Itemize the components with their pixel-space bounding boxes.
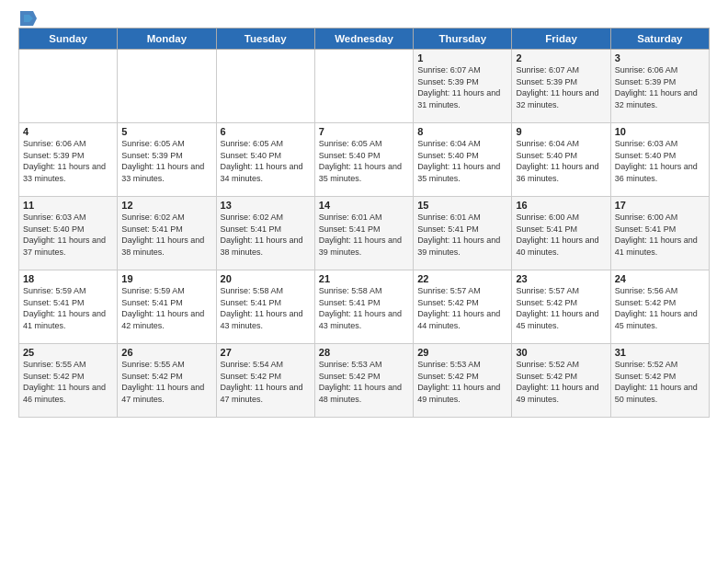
- day-number: 2: [516, 52, 606, 63]
- calendar-week-row: 11Sunrise: 6:03 AMSunset: 5:40 PMDayligh…: [19, 197, 710, 270]
- day-number: 11: [23, 200, 113, 211]
- day-number: 1: [417, 52, 507, 63]
- weekday-header: Friday: [512, 29, 610, 50]
- weekday-header: Tuesday: [216, 29, 314, 50]
- day-number: 25: [23, 347, 113, 358]
- calendar-day-cell: 4Sunrise: 6:06 AMSunset: 5:39 PMDaylight…: [19, 123, 118, 197]
- calendar-day-cell: 14Sunrise: 6:01 AMSunset: 5:41 PMDayligh…: [314, 197, 413, 270]
- day-number: 29: [417, 347, 507, 358]
- calendar-day-cell: [118, 50, 216, 123]
- calendar-day-cell: [19, 50, 118, 123]
- day-info: Sunrise: 5:54 AMSunset: 5:42 PMDaylight:…: [221, 359, 311, 405]
- weekday-header: Thursday: [414, 29, 512, 50]
- calendar-day-cell: 29Sunrise: 5:53 AMSunset: 5:42 PMDayligh…: [414, 344, 512, 418]
- calendar-day-cell: 7Sunrise: 6:05 AMSunset: 5:40 PMDaylight…: [314, 123, 413, 197]
- weekday-header-row: SundayMondayTuesdayWednesdayThursdayFrid…: [19, 29, 710, 50]
- day-info: Sunrise: 5:52 AMSunset: 5:42 PMDaylight:…: [615, 359, 705, 405]
- day-number: 23: [516, 273, 606, 284]
- day-number: 31: [615, 347, 705, 358]
- day-number: 9: [516, 126, 606, 137]
- day-info: Sunrise: 5:53 AMSunset: 5:42 PMDaylight:…: [319, 359, 409, 405]
- day-info: Sunrise: 6:00 AMSunset: 5:41 PMDaylight:…: [516, 212, 606, 258]
- day-number: 19: [121, 273, 211, 284]
- day-info: Sunrise: 5:59 AMSunset: 5:41 PMDaylight:…: [23, 285, 113, 331]
- calendar-day-cell: 3Sunrise: 6:06 AMSunset: 5:39 PMDaylight…: [610, 50, 709, 123]
- calendar-day-cell: 5Sunrise: 6:05 AMSunset: 5:39 PMDaylight…: [118, 123, 216, 197]
- day-number: 30: [516, 347, 606, 358]
- calendar-day-cell: 28Sunrise: 5:53 AMSunset: 5:42 PMDayligh…: [314, 344, 413, 418]
- day-info: Sunrise: 6:07 AMSunset: 5:39 PMDaylight:…: [516, 64, 606, 110]
- calendar-day-cell: 6Sunrise: 6:05 AMSunset: 5:40 PMDaylight…: [216, 123, 314, 197]
- calendar-day-cell: 16Sunrise: 6:00 AMSunset: 5:41 PMDayligh…: [512, 197, 610, 270]
- day-number: 16: [516, 200, 606, 211]
- calendar-day-cell: 1Sunrise: 6:07 AMSunset: 5:39 PMDaylight…: [414, 50, 512, 123]
- day-info: Sunrise: 6:06 AMSunset: 5:39 PMDaylight:…: [23, 138, 113, 184]
- calendar-day-cell: 27Sunrise: 5:54 AMSunset: 5:42 PMDayligh…: [216, 344, 314, 418]
- day-number: 5: [121, 126, 211, 137]
- logo-icon: [20, 11, 37, 31]
- calendar-day-cell: 9Sunrise: 6:04 AMSunset: 5:40 PMDaylight…: [512, 123, 610, 197]
- day-number: 26: [121, 347, 211, 358]
- day-info: Sunrise: 6:07 AMSunset: 5:39 PMDaylight:…: [417, 64, 507, 110]
- day-number: 15: [417, 200, 507, 211]
- day-info: Sunrise: 5:52 AMSunset: 5:42 PMDaylight:…: [516, 359, 606, 405]
- day-info: Sunrise: 5:58 AMSunset: 5:41 PMDaylight:…: [221, 285, 311, 331]
- day-number: 6: [221, 126, 311, 137]
- calendar-day-cell: 22Sunrise: 5:57 AMSunset: 5:42 PMDayligh…: [414, 270, 512, 344]
- calendar-day-cell: 21Sunrise: 5:58 AMSunset: 5:41 PMDayligh…: [314, 270, 413, 344]
- day-info: Sunrise: 6:06 AMSunset: 5:39 PMDaylight:…: [615, 64, 705, 110]
- day-number: 7: [319, 126, 409, 137]
- calendar-day-cell: 17Sunrise: 6:00 AMSunset: 5:41 PMDayligh…: [610, 197, 709, 270]
- day-number: 21: [319, 273, 409, 284]
- calendar-day-cell: 2Sunrise: 6:07 AMSunset: 5:39 PMDaylight…: [512, 50, 610, 123]
- day-info: Sunrise: 6:03 AMSunset: 5:40 PMDaylight:…: [615, 138, 705, 184]
- day-info: Sunrise: 5:55 AMSunset: 5:42 PMDaylight:…: [121, 359, 211, 405]
- calendar-day-cell: 25Sunrise: 5:55 AMSunset: 5:42 PMDayligh…: [19, 344, 118, 418]
- day-info: Sunrise: 6:05 AMSunset: 5:40 PMDaylight:…: [221, 138, 311, 184]
- day-number: 22: [417, 273, 507, 284]
- calendar-day-cell: 19Sunrise: 5:59 AMSunset: 5:41 PMDayligh…: [118, 270, 216, 344]
- weekday-header: Monday: [118, 29, 216, 50]
- calendar-day-cell: 20Sunrise: 5:58 AMSunset: 5:41 PMDayligh…: [216, 270, 314, 344]
- day-info: Sunrise: 6:03 AMSunset: 5:40 PMDaylight:…: [23, 212, 113, 258]
- calendar-day-cell: 11Sunrise: 6:03 AMSunset: 5:40 PMDayligh…: [19, 197, 118, 270]
- day-info: Sunrise: 5:56 AMSunset: 5:42 PMDaylight:…: [615, 285, 705, 331]
- day-number: 17: [615, 200, 705, 211]
- calendar-day-cell: 13Sunrise: 6:02 AMSunset: 5:41 PMDayligh…: [216, 197, 314, 270]
- day-number: 4: [23, 126, 113, 137]
- calendar-day-cell: 24Sunrise: 5:56 AMSunset: 5:42 PMDayligh…: [610, 270, 709, 344]
- calendar-day-cell: 12Sunrise: 6:02 AMSunset: 5:41 PMDayligh…: [118, 197, 216, 270]
- calendar-day-cell: 18Sunrise: 5:59 AMSunset: 5:41 PMDayligh…: [19, 270, 118, 344]
- day-info: Sunrise: 6:02 AMSunset: 5:41 PMDaylight:…: [121, 212, 211, 258]
- calendar-day-cell: 26Sunrise: 5:55 AMSunset: 5:42 PMDayligh…: [118, 344, 216, 418]
- day-info: Sunrise: 6:04 AMSunset: 5:40 PMDaylight:…: [516, 138, 606, 184]
- calendar-day-cell: 30Sunrise: 5:52 AMSunset: 5:42 PMDayligh…: [512, 344, 610, 418]
- calendar-day-cell: [216, 50, 314, 123]
- calendar-week-row: 25Sunrise: 5:55 AMSunset: 5:42 PMDayligh…: [19, 344, 710, 418]
- calendar-day-cell: 10Sunrise: 6:03 AMSunset: 5:40 PMDayligh…: [610, 123, 709, 197]
- day-info: Sunrise: 6:04 AMSunset: 5:40 PMDaylight:…: [417, 138, 507, 184]
- day-number: 28: [319, 347, 409, 358]
- day-info: Sunrise: 6:00 AMSunset: 5:41 PMDaylight:…: [615, 212, 705, 258]
- calendar-table: SundayMondayTuesdayWednesdayThursdayFrid…: [18, 28, 710, 418]
- day-info: Sunrise: 6:05 AMSunset: 5:40 PMDaylight:…: [319, 138, 409, 184]
- calendar-day-cell: 31Sunrise: 5:52 AMSunset: 5:42 PMDayligh…: [610, 344, 709, 418]
- calendar-day-cell: [314, 50, 413, 123]
- calendar-week-row: 4Sunrise: 6:06 AMSunset: 5:39 PMDaylight…: [19, 123, 710, 197]
- day-info: Sunrise: 6:01 AMSunset: 5:41 PMDaylight:…: [319, 212, 409, 258]
- day-number: 3: [615, 52, 705, 63]
- day-number: 27: [221, 347, 311, 358]
- day-number: 24: [615, 273, 705, 284]
- day-number: 10: [615, 126, 705, 137]
- day-number: 12: [121, 200, 211, 211]
- day-number: 8: [417, 126, 507, 137]
- page: SundayMondayTuesdayWednesdayThursdayFrid…: [0, 0, 728, 563]
- day-info: Sunrise: 5:59 AMSunset: 5:41 PMDaylight:…: [121, 285, 211, 331]
- day-info: Sunrise: 6:01 AMSunset: 5:41 PMDaylight:…: [417, 212, 507, 258]
- day-number: 13: [221, 200, 311, 211]
- calendar-day-cell: 15Sunrise: 6:01 AMSunset: 5:41 PMDayligh…: [414, 197, 512, 270]
- header: [18, 15, 710, 18]
- day-info: Sunrise: 6:05 AMSunset: 5:39 PMDaylight:…: [121, 138, 211, 184]
- day-info: Sunrise: 5:55 AMSunset: 5:42 PMDaylight:…: [23, 359, 113, 405]
- calendar-day-cell: 23Sunrise: 5:57 AMSunset: 5:42 PMDayligh…: [512, 270, 610, 344]
